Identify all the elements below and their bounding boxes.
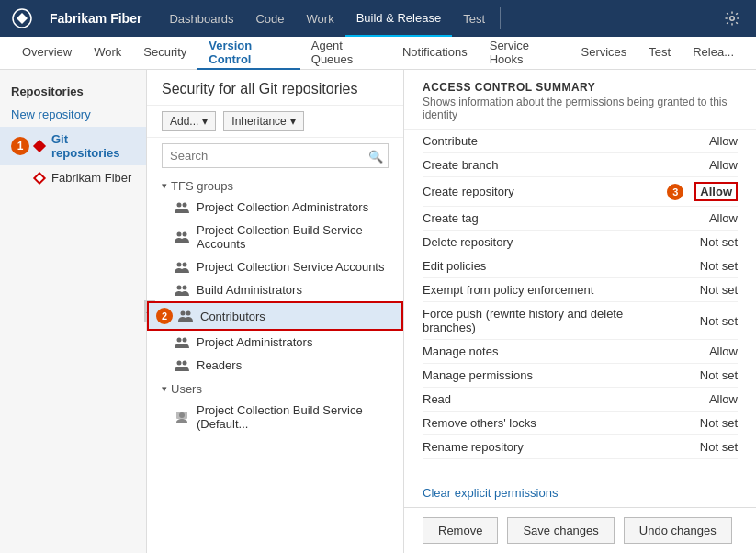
perm-row-2: Create repository 3 Allow (423, 177, 738, 207)
nav2-services[interactable]: Services (570, 37, 638, 70)
tree-item-label-0: Project Collection Administrators (197, 200, 368, 214)
perm-value-6: Not set (673, 283, 738, 297)
sidebar: Repositories New repository 1 Git reposi… (0, 70, 147, 553)
perm-name-11: Remove others' locks (423, 416, 673, 430)
users-arrow: ▾ (162, 383, 167, 395)
sidebar-item-git-repos-label: Git repositories (51, 132, 135, 160)
tree-item-contributors-label: Contributors (200, 310, 265, 323)
perm-name-4: Delete repository (423, 235, 673, 249)
svg-point-7 (183, 262, 187, 266)
perm-row-12: Rename repository Not set (423, 435, 738, 459)
perm-row-4: Delete repository Not set (423, 231, 738, 254)
tree-item-0[interactable]: Project Collection Administrators (147, 196, 403, 219)
search-box: 🔍 (162, 143, 389, 168)
panel-toolbar: Add... ▾ Inheritance ▾ (147, 106, 403, 138)
perm-name-1: Create branch (423, 158, 673, 172)
tree-item-2[interactable]: Project Collection Service Accounts (147, 255, 403, 278)
perm-row-0: Contribute Allow (423, 130, 738, 153)
perm-value-12: Not set (673, 440, 738, 454)
svg-point-12 (177, 337, 182, 342)
tfs-groups-header[interactable]: ▾ TFS groups (147, 174, 403, 196)
svg-point-4 (177, 232, 182, 237)
settings-icon[interactable] (716, 0, 749, 37)
inheritance-button[interactable]: Inheritance ▾ (223, 111, 303, 131)
perm-row-1: Create branch Allow (423, 153, 738, 177)
sidebar-new-repo[interactable]: New repository (0, 102, 146, 127)
tree-item-user-label-0: Project Collection Build Service (Defaul… (197, 403, 389, 431)
perm-value-5: Not set (673, 259, 738, 273)
user-icon-0 (175, 411, 189, 423)
main-layout: Repositories New repository 1 Git reposi… (0, 70, 756, 553)
nav2-release[interactable]: Relea... (682, 37, 745, 70)
nav-code[interactable]: Code (244, 0, 295, 37)
svg-point-1 (730, 17, 735, 21)
users-header[interactable]: ▾ Users (147, 377, 403, 399)
nav2-test[interactable]: Test (638, 37, 682, 70)
save-changes-button[interactable]: Save changes (507, 517, 614, 544)
tree-item-user-0[interactable]: Project Collection Build Service (Defaul… (147, 399, 403, 435)
nav2-security[interactable]: Security (132, 37, 197, 70)
nav-dashboards[interactable]: Dashboards (158, 0, 244, 37)
perm-value-7: Not set (673, 314, 738, 328)
svg-point-15 (183, 360, 187, 365)
clear-explicit-permissions-link[interactable]: Clear explicit permissions (404, 486, 756, 500)
add-button[interactable]: Add... ▾ (162, 111, 216, 131)
badge-1: 1 (11, 137, 29, 155)
logo-icon (7, 4, 37, 33)
perm-name-3: Create tag (423, 211, 673, 225)
tree-item-1[interactable]: Project Collection Build Service Account… (147, 219, 403, 255)
nav-test[interactable]: Test (452, 0, 496, 37)
group-icon-0 (175, 201, 189, 214)
perm-row-11: Remove others' locks Not set (423, 412, 738, 435)
perm-value-8: Allow (673, 344, 738, 358)
perm-value-11: Not set (673, 416, 738, 430)
perm-value-3: Allow (673, 211, 738, 225)
group-icon-5 (175, 336, 189, 349)
svg-point-2 (177, 202, 182, 207)
tree-item-label-3: Build Administrators (197, 283, 302, 297)
sidebar-item-git-repos[interactable]: 1 Git repositories (0, 127, 146, 165)
second-nav: Overview Work Security Version Control A… (0, 37, 756, 70)
nav2-overview[interactable]: Overview (11, 37, 83, 70)
svg-point-8 (177, 285, 182, 289)
search-input[interactable] (162, 143, 389, 168)
badge-3: 3 (667, 184, 683, 200)
badge-2: 2 (156, 308, 173, 324)
nav2-service-hooks[interactable]: Service Hooks (479, 37, 570, 70)
perm-name-12: Rename repository (423, 440, 673, 454)
sidebar-item-fabrikam[interactable]: Fabrikam Fiber (0, 165, 146, 190)
nav2-work[interactable]: Work (83, 37, 132, 70)
tree-item-5[interactable]: Project Administrators (147, 331, 403, 354)
svg-point-17 (179, 412, 185, 418)
nav2-agent-queues[interactable]: Agent Queues (300, 37, 391, 70)
perm-value-10: Allow (673, 392, 738, 406)
group-icon-1 (175, 231, 189, 243)
nav-build-release[interactable]: Build & Release (345, 0, 453, 37)
tree-item-6[interactable]: Readers (147, 354, 403, 377)
perm-row-7: Force push (rewrite history and delete b… (423, 302, 738, 340)
perm-row-6: Exempt from policy enforcement Not set (423, 278, 738, 302)
perm-name-0: Contribute (423, 134, 673, 148)
permissions-list: Contribute Allow Create branch Allow Cre… (404, 130, 756, 486)
perm-name-10: Read (423, 392, 673, 406)
nav-work[interactable]: Work (296, 0, 345, 37)
svg-point-13 (183, 337, 187, 342)
group-icon-6 (175, 359, 189, 372)
brand-name[interactable]: Fabrikam Fiber (40, 11, 151, 26)
nav2-version-control[interactable]: Version Control (197, 37, 300, 70)
tree-item-3[interactable]: Build Administrators (147, 278, 403, 301)
users-label: Users (171, 382, 202, 396)
perm-row-3: Create tag Allow (423, 207, 738, 231)
svg-point-9 (183, 285, 187, 289)
perm-name-6: Exempt from policy enforcement (423, 283, 673, 297)
remove-button[interactable]: Remove (423, 517, 498, 544)
undo-changes-button[interactable]: Undo changes (624, 517, 732, 544)
tree-item-contributors[interactable]: 2 Contributors (147, 301, 403, 331)
nav2-notifications[interactable]: Notifications (391, 37, 479, 70)
perm-name-7: Force push (rewrite history and delete b… (423, 307, 673, 334)
perm-value-1: Allow (673, 158, 738, 172)
middle-panel: Security for all Git repositories Add...… (147, 70, 404, 553)
inheritance-button-label: Inheritance (231, 115, 286, 128)
svg-point-6 (177, 262, 182, 266)
tree-item-label-6: Readers (197, 358, 242, 372)
